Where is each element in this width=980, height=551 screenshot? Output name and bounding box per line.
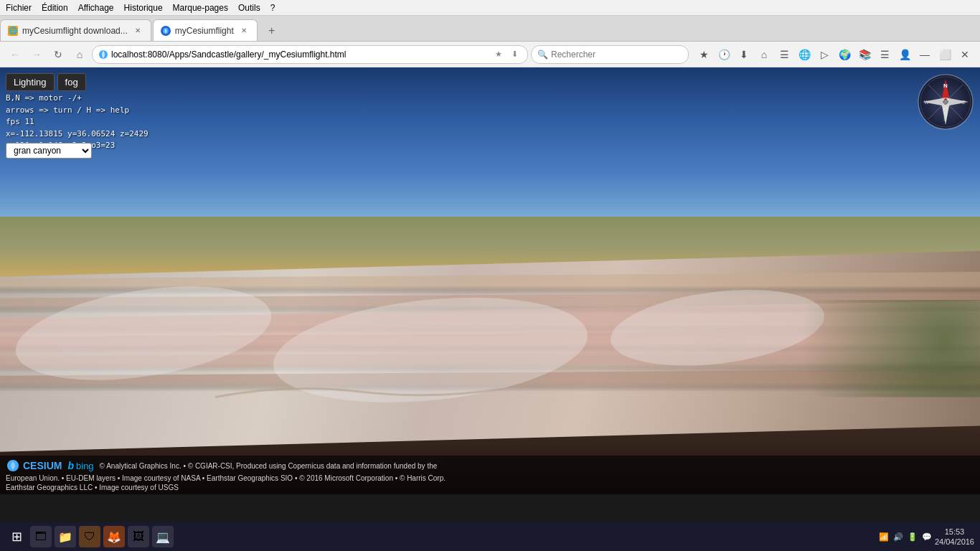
- taskbar-time: 15:53 24/04/2016: [935, 527, 974, 547]
- location-dropdown[interactable]: gran canyon yosemite mount everest grand…: [6, 143, 92, 159]
- minimize-win-icon[interactable]: —: [915, 45, 934, 64]
- address-favicon: [98, 50, 108, 60]
- taskbar-tray: 📶 🔊 🔋 💬: [879, 532, 932, 542]
- browser-content: Lighting fog B,N => motor -/+ arrows => …: [0, 67, 980, 494]
- location-select[interactable]: gran canyon yosemite mount everest grand…: [6, 143, 92, 159]
- tab2-close-button[interactable]: ✕: [238, 25, 250, 37]
- file-explorer-button[interactable]: 📁: [55, 526, 76, 547]
- controls-panel: Lighting fog: [6, 73, 86, 91]
- battery-icon: 🔋: [908, 532, 918, 542]
- menu-edition[interactable]: Édition: [42, 3, 68, 13]
- address-input[interactable]: [111, 50, 489, 60]
- terrain-canvas: [0, 217, 980, 494]
- new-tab-button[interactable]: +: [262, 21, 282, 41]
- tab1-favicon: 🌐: [8, 26, 18, 36]
- notification-icon: 💬: [922, 532, 932, 542]
- globe-toolbar-icon[interactable]: 🌍: [835, 45, 854, 64]
- taskbar: ⊞ 🗔 📁 🛡 🦊 🖼 💻 📶 🔊 🔋 💬 15:53 24/04/2016: [0, 522, 980, 551]
- forward-button[interactable]: →: [27, 45, 46, 64]
- tab1-close-button[interactable]: ✕: [132, 25, 143, 37]
- address-bar: ← → ↻ ⌂ ★ ⬇ 🔍 ★ 🕐 ⬇ ⌂ ☰ 🌐 ▷ 🌍 📚 ☰ 👤 — ⬜ …: [0, 42, 980, 67]
- refresh-button[interactable]: ↻: [49, 45, 67, 64]
- start-button[interactable]: ⊞: [6, 526, 27, 547]
- menu-bar: Fichier Édition Affichage Historique Mar…: [0, 0, 980, 16]
- translate-icon[interactable]: 🌐: [795, 45, 814, 64]
- download-toolbar-icon[interactable]: ⬇: [735, 45, 753, 64]
- menu-marque-pages[interactable]: Marque-pages: [173, 3, 228, 13]
- bookmarks-icon[interactable]: ★: [694, 45, 713, 64]
- search-icon: 🔍: [537, 50, 548, 60]
- security-button[interactable]: 🛡: [79, 526, 100, 547]
- maximize-win-icon[interactable]: ⬜: [936, 45, 954, 64]
- fog-button[interactable]: fog: [57, 73, 86, 91]
- tab-cesiumflight-active[interactable]: myCesiumflight ✕: [153, 19, 258, 41]
- menu-help[interactable]: ?: [270, 3, 275, 13]
- menu-fichier[interactable]: Fichier: [6, 3, 32, 13]
- network-icon: 📶: [879, 532, 889, 542]
- tab2-favicon: [161, 26, 171, 36]
- photos-button[interactable]: 🖼: [128, 526, 149, 547]
- address-icons: ★ ⬇: [491, 47, 522, 62]
- home-button[interactable]: ⌂: [70, 45, 89, 64]
- terrain-layer: [0, 217, 980, 494]
- menu-icon[interactable]: ☰: [875, 45, 894, 64]
- bookmark-icon[interactable]: ★: [491, 47, 506, 62]
- address-input-wrap[interactable]: ★ ⬇: [92, 45, 528, 64]
- volume-icon: 🔊: [893, 532, 903, 542]
- back-button[interactable]: ←: [6, 45, 24, 64]
- menu-affichage[interactable]: Affichage: [78, 3, 114, 13]
- tab2-title: myCesiumflight: [175, 26, 234, 36]
- reader-icon[interactable]: ☰: [775, 45, 793, 64]
- menu-outils[interactable]: Outils: [238, 3, 260, 13]
- download-icon[interactable]: ⬇: [507, 47, 522, 62]
- cesium-scene: [0, 67, 980, 494]
- home-toolbar-icon[interactable]: ⌂: [755, 45, 773, 64]
- date-display: 24/04/2016: [935, 537, 974, 547]
- tab-bar: 🌐 myCesiumflight download... ✕ myCesiumf…: [0, 16, 980, 42]
- library-icon[interactable]: 📚: [855, 45, 874, 64]
- terminal-button[interactable]: 💻: [152, 526, 174, 547]
- tab-cesiumflight-download[interactable]: 🌐 myCesiumflight download... ✕: [0, 19, 151, 41]
- search-wrap[interactable]: 🔍: [531, 45, 689, 64]
- history-icon[interactable]: 🕐: [715, 45, 733, 64]
- time-display: 15:53: [935, 527, 974, 537]
- task-view-button[interactable]: 🗔: [30, 526, 52, 547]
- menu-historique[interactable]: Historique: [124, 3, 163, 13]
- search-input[interactable]: [551, 50, 682, 60]
- tab1-title: myCesiumflight download...: [22, 26, 128, 36]
- toolbar-icons: ★ 🕐 ⬇ ⌂ ☰ 🌐 ▷ 🌍 📚 ☰ 👤 — ⬜ ✕: [694, 45, 974, 64]
- share-icon[interactable]: ▷: [815, 45, 834, 64]
- account-icon[interactable]: 👤: [895, 45, 914, 64]
- firefox-button[interactable]: 🦊: [103, 526, 125, 547]
- close-win-icon[interactable]: ✕: [956, 45, 974, 64]
- lighting-button[interactable]: Lighting: [6, 73, 55, 91]
